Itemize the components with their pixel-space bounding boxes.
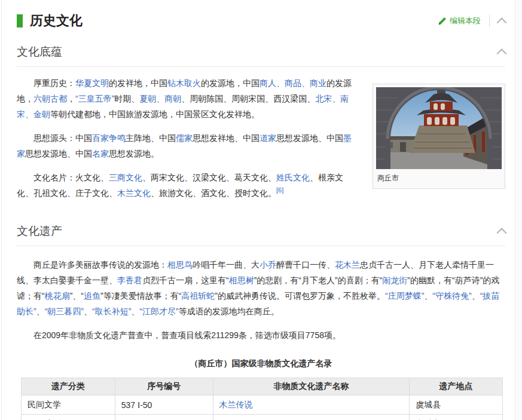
inline-link[interactable]: 桃花扇 <box>45 291 70 301</box>
inline-link[interactable]: “江郎才尽” <box>139 306 178 316</box>
inline-link[interactable]: “三皇五帝” <box>75 94 114 103</box>
inline-link[interactable]: 花木兰 <box>335 260 360 269</box>
inline-link[interactable]: “守株待兔” <box>432 291 471 301</box>
text-run: 思想发源地。 <box>109 149 159 158</box>
collapse-subsection-icon[interactable] <box>497 48 507 59</box>
table-cell: 537 Ⅰ-50 <box>115 396 213 415</box>
inline-link[interactable]: 相思树 <box>229 275 254 285</box>
text-run: 的发源地，中国 <box>201 78 260 88</box>
table-cell: 民间文学 <box>22 396 115 415</box>
inline-link[interactable]: 木兰文化 <box>117 188 151 198</box>
article-image-card[interactable]: 商丘市 <box>373 84 505 189</box>
table-row: 民间文学537 Ⅰ-50木兰传说虞城县 <box>22 396 503 415</box>
text-run: ”、“ <box>70 291 84 301</box>
inline-link[interactable]: 三商文化 <box>109 173 142 182</box>
text-run: 厚重历史： <box>33 78 75 88</box>
page-title: 历史文化 <box>30 12 438 30</box>
table-cell: 194 Ⅳ-50 <box>115 415 213 420</box>
text-run: 、 <box>84 306 92 316</box>
inline-link[interactable]: 李香君 <box>117 275 142 285</box>
subsection-body: 商丘市 厚重历史：华夏文明的发祥地，中国钻木取火的发源地，中国商人、商品、商业的… <box>17 75 505 209</box>
table-body: 民间文学537 Ⅰ-50木兰传说虞城县民间戏剧194 Ⅳ-50四平调商丘市传统美… <box>22 396 503 420</box>
text-run: ”等凄美爱情故事；有“ <box>100 291 181 301</box>
inline-link[interactable]: 六朝古都 <box>33 94 67 103</box>
text-run: 醉曹千口一传、 <box>276 260 335 269</box>
column-header-location: 遗产地点 <box>410 378 503 396</box>
inline-link[interactable]: 、 <box>276 78 285 88</box>
green-title-marker <box>17 14 23 27</box>
table-cell: 民间戏剧 <box>22 415 115 420</box>
table-cell: 木兰传说 <box>213 396 410 415</box>
text-run: 的发祥地，中国 <box>109 78 167 88</box>
text-run: 时期、 <box>114 94 139 103</box>
inline-link[interactable]: 百家争鸣 <box>92 133 126 143</box>
inline-link[interactable]: “朝三暮四” <box>45 306 84 316</box>
heritage-table: 遗产分类 序号编号 非物质文化遗产名称 遗产地点 民间文学537 Ⅰ-50木兰传… <box>21 378 503 420</box>
text-run: ， <box>67 94 75 103</box>
reference-link[interactable]: [6] <box>276 186 283 194</box>
paragraph-census: 在2009年非物质文化遗产普查中，普查项目线索211299条，筛选市级项目775… <box>17 327 505 343</box>
column-header-number: 序号编号 <box>115 378 213 396</box>
inline-link[interactable]: “庄周梦蝶” <box>385 291 424 301</box>
inline-link[interactable]: 姓氏文化 <box>276 173 310 182</box>
inline-link[interactable]: 商人 <box>260 78 276 88</box>
inline-link[interactable]: 钻木取火 <box>167 78 201 88</box>
inline-link[interactable]: 小乔 <box>260 260 276 269</box>
header-divider <box>489 15 490 27</box>
text-run: 主阵地、中国 <box>126 133 176 143</box>
edit-section-button[interactable]: 编辑本段 <box>438 16 481 26</box>
text-run: 思想源头：中国 <box>33 133 92 143</box>
inline-link[interactable]: 、 <box>301 78 310 88</box>
inline-link[interactable]: 、 <box>156 94 164 103</box>
table-title: （商丘市）国家级非物质文化遗产名录 <box>17 358 505 369</box>
collapse-article-icon[interactable] <box>497 17 507 27</box>
subsection-body: 商丘是许多美丽故事传说的发源地：相思鸟吟唱千年一曲、大小乔醉曹千口一传、花木兰忠… <box>17 257 505 420</box>
inline-link[interactable]: 商品 <box>285 78 301 88</box>
text-run: 虞城县 <box>416 400 441 409</box>
image-caption: 商丘市 <box>376 169 502 185</box>
collapse-subsection-icon[interactable] <box>497 228 507 238</box>
inline-link[interactable]: 相思鸟 <box>167 260 193 269</box>
subsection-title: 文化遗产 <box>17 223 62 239</box>
inline-link[interactable]: 追鱼 <box>84 291 100 301</box>
paragraph-legends: 商丘是许多美丽故事传说的发源地：相思鸟吟唱千年一曲、大小乔醉曹千口一传、花木兰忠… <box>17 257 505 319</box>
table-cell: 四平调 <box>213 415 410 420</box>
text-run: 537 Ⅰ-50 <box>121 400 152 410</box>
section-header: 历史文化 编辑本段 <box>17 12 505 30</box>
inline-link[interactable]: 高祖斩蛇 <box>181 291 215 301</box>
inline-link[interactable]: 、 <box>25 109 33 119</box>
table-row: 民间戏剧194 Ⅳ-50四平调商丘市 <box>22 415 503 420</box>
text-run: 文化名片：火文化、 <box>33 173 109 182</box>
text-run: ”的威武神勇传说。可谓包罗万象，不胜枚举。 <box>215 291 385 301</box>
inline-link[interactable]: 北宋 <box>315 94 332 103</box>
subsection-cultural-legacy: 文化遗产 <box>17 223 505 246</box>
text-run: 思想发源地、中国 <box>25 149 92 158</box>
inline-link[interactable]: 名家 <box>92 149 109 158</box>
inline-link[interactable]: 夏朝 <box>139 94 156 103</box>
inline-link[interactable]: 闹龙街 <box>382 275 407 285</box>
text-run: 等成语的发源地均在商丘。 <box>179 306 279 316</box>
subsection-title: 文化底蕴 <box>17 44 62 60</box>
inline-link[interactable]: 木兰传说 <box>219 400 253 409</box>
inline-link[interactable]: 华夏文明 <box>75 78 109 88</box>
inline-link[interactable]: 道家 <box>260 133 276 143</box>
text-run: 思想发祥地、中国 <box>193 133 260 143</box>
subsection-culture-heritage: 文化底蕴 <box>17 44 505 67</box>
text-run: 民间文学 <box>28 400 61 409</box>
text-run: 、周朝陈国、周朝宋国、西汉梁国、 <box>181 94 315 103</box>
inline-link[interactable]: “取长补短” <box>92 306 131 316</box>
edit-section-label: 编辑本段 <box>450 16 481 26</box>
inline-link[interactable]: 金朝 <box>33 109 50 119</box>
article-section: 历史文化 编辑本段 文化底蕴 <box>2 0 515 420</box>
city-gate-photo <box>376 87 502 169</box>
text-run: 等朝代建都地，中国旅游发源地，中国景区文化发祥地。 <box>50 109 260 119</box>
inline-link[interactable]: 商业 <box>310 78 326 88</box>
subsection-divider <box>17 66 505 67</box>
column-header-category: 遗产分类 <box>22 378 115 396</box>
text-run: 、旅游文化、酒文化、授时文化。 <box>151 188 276 198</box>
inline-link[interactable]: 商朝 <box>164 94 181 103</box>
reference-sup: [6] <box>276 186 283 194</box>
table-header-row: 遗产分类 序号编号 非物质文化遗产名称 遗产地点 <box>22 378 503 396</box>
inline-link[interactable]: 儒家 <box>176 133 193 143</box>
inline-link[interactable]: 、 <box>332 94 340 103</box>
